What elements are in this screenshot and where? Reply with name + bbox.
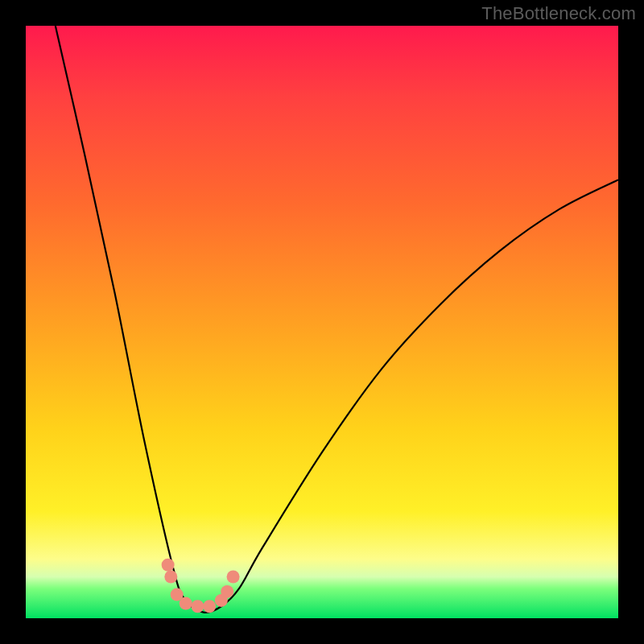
watermark-text: TheBottleneck.com: [481, 3, 636, 24]
highlight-point: [191, 600, 204, 613]
plot-area: [26, 26, 618, 618]
bottleneck-curve: [56, 26, 618, 613]
highlight-point: [227, 570, 240, 583]
highlight-point: [180, 597, 192, 610]
highlight-point: [164, 570, 177, 583]
highlight-point: [203, 600, 216, 613]
highlight-point: [221, 585, 233, 598]
chart-frame: TheBottleneck.com: [0, 0, 644, 644]
highlight-markers: [162, 559, 240, 613]
curve-layer: [26, 26, 618, 618]
highlight-point: [162, 559, 175, 572]
